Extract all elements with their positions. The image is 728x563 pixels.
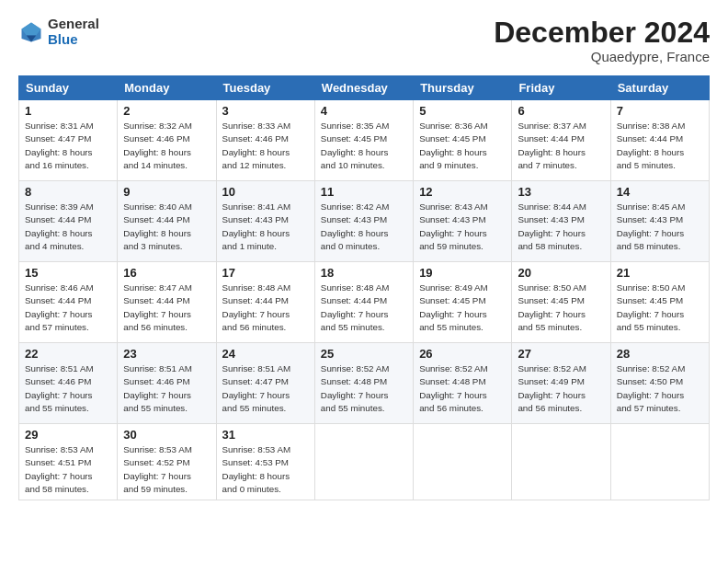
day-info: Sunrise: 8:52 AMSunset: 4:48 PMDaylight:… bbox=[321, 362, 407, 415]
table-cell bbox=[414, 424, 512, 500]
day-info: Sunrise: 8:31 AMSunset: 4:47 PMDaylight:… bbox=[25, 120, 111, 172]
logo-blue-text: Blue bbox=[48, 32, 99, 48]
day-number: 21 bbox=[617, 266, 703, 280]
day-number: 28 bbox=[617, 347, 703, 361]
table-cell: 5Sunrise: 8:36 AMSunset: 4:45 PMDaylight… bbox=[414, 100, 512, 181]
day-number: 22 bbox=[25, 347, 111, 361]
table-cell: 26Sunrise: 8:52 AMSunset: 4:48 PMDayligh… bbox=[414, 343, 512, 424]
day-number: 11 bbox=[321, 185, 407, 199]
day-info: Sunrise: 8:53 AMSunset: 4:52 PMDaylight:… bbox=[123, 443, 210, 496]
table-cell: 22Sunrise: 8:51 AMSunset: 4:46 PMDayligh… bbox=[19, 343, 118, 424]
table-cell bbox=[610, 424, 709, 500]
day-number: 20 bbox=[518, 266, 604, 280]
day-info: Sunrise: 8:45 AMSunset: 4:43 PMDaylight:… bbox=[617, 201, 703, 253]
day-info: Sunrise: 8:35 AMSunset: 4:45 PMDaylight:… bbox=[321, 120, 407, 172]
table-cell: 17Sunrise: 8:48 AMSunset: 4:44 PMDayligh… bbox=[216, 262, 314, 343]
day-info: Sunrise: 8:44 AMSunset: 4:43 PMDaylight:… bbox=[518, 201, 604, 253]
day-number: 15 bbox=[25, 266, 111, 280]
day-number: 4 bbox=[321, 104, 407, 118]
col-saturday: Saturday bbox=[610, 76, 709, 100]
day-info: Sunrise: 8:51 AMSunset: 4:47 PMDaylight:… bbox=[222, 362, 309, 415]
day-info: Sunrise: 8:43 AMSunset: 4:43 PMDaylight:… bbox=[419, 201, 506, 253]
day-info: Sunrise: 8:40 AMSunset: 4:44 PMDaylight:… bbox=[123, 201, 210, 253]
table-cell: 29Sunrise: 8:53 AMSunset: 4:51 PMDayligh… bbox=[19, 424, 118, 500]
day-number: 5 bbox=[419, 104, 506, 118]
table-cell: 1Sunrise: 8:31 AMSunset: 4:47 PMDaylight… bbox=[19, 100, 118, 181]
day-info: Sunrise: 8:46 AMSunset: 4:44 PMDaylight:… bbox=[25, 282, 111, 334]
day-number: 3 bbox=[222, 104, 309, 118]
header: General Blue December 2024 Quaedypre, Fr… bbox=[18, 17, 710, 64]
title-block: December 2024 Quaedypre, France bbox=[494, 17, 710, 64]
col-wednesday: Wednesday bbox=[314, 76, 413, 100]
table-cell: 11Sunrise: 8:42 AMSunset: 4:43 PMDayligh… bbox=[314, 181, 413, 262]
day-info: Sunrise: 8:42 AMSunset: 4:43 PMDaylight:… bbox=[321, 201, 407, 253]
table-cell bbox=[314, 424, 413, 500]
table-cell: 28Sunrise: 8:52 AMSunset: 4:50 PMDayligh… bbox=[610, 343, 709, 424]
day-info: Sunrise: 8:51 AMSunset: 4:46 PMDaylight:… bbox=[25, 362, 111, 415]
col-friday: Friday bbox=[512, 76, 610, 100]
day-info: Sunrise: 8:39 AMSunset: 4:44 PMDaylight:… bbox=[25, 201, 111, 253]
day-number: 16 bbox=[123, 266, 210, 280]
table-cell: 30Sunrise: 8:53 AMSunset: 4:52 PMDayligh… bbox=[118, 424, 216, 500]
table-cell: 13Sunrise: 8:44 AMSunset: 4:43 PMDayligh… bbox=[512, 181, 610, 262]
day-info: Sunrise: 8:49 AMSunset: 4:45 PMDaylight:… bbox=[419, 282, 506, 334]
header-row: Sunday Monday Tuesday Wednesday Thursday… bbox=[19, 76, 710, 100]
day-number: 6 bbox=[518, 104, 604, 118]
table-cell: 10Sunrise: 8:41 AMSunset: 4:43 PMDayligh… bbox=[216, 181, 314, 262]
table-cell bbox=[512, 424, 610, 500]
page: General Blue December 2024 Quaedypre, Fr… bbox=[0, 0, 728, 563]
day-info: Sunrise: 8:51 AMSunset: 4:46 PMDaylight:… bbox=[123, 362, 210, 415]
day-info: Sunrise: 8:33 AMSunset: 4:46 PMDaylight:… bbox=[222, 120, 309, 172]
day-info: Sunrise: 8:53 AMSunset: 4:51 PMDaylight:… bbox=[25, 443, 111, 496]
day-number: 17 bbox=[222, 266, 309, 280]
day-number: 26 bbox=[419, 347, 506, 361]
table-cell: 6Sunrise: 8:37 AMSunset: 4:44 PMDaylight… bbox=[512, 100, 610, 181]
location-subtitle: Quaedypre, France bbox=[494, 49, 710, 64]
day-info: Sunrise: 8:48 AMSunset: 4:44 PMDaylight:… bbox=[222, 282, 309, 334]
day-info: Sunrise: 8:41 AMSunset: 4:43 PMDaylight:… bbox=[222, 201, 309, 253]
table-cell: 9Sunrise: 8:40 AMSunset: 4:44 PMDaylight… bbox=[118, 181, 216, 262]
day-number: 23 bbox=[123, 347, 210, 361]
table-cell: 24Sunrise: 8:51 AMSunset: 4:47 PMDayligh… bbox=[216, 343, 314, 424]
day-info: Sunrise: 8:50 AMSunset: 4:45 PMDaylight:… bbox=[518, 282, 604, 334]
day-info: Sunrise: 8:52 AMSunset: 4:49 PMDaylight:… bbox=[518, 362, 604, 415]
table-cell: 19Sunrise: 8:49 AMSunset: 4:45 PMDayligh… bbox=[414, 262, 512, 343]
logo-icon bbox=[18, 19, 44, 45]
calendar-table: Sunday Monday Tuesday Wednesday Thursday… bbox=[18, 75, 710, 500]
table-cell: 2Sunrise: 8:32 AMSunset: 4:46 PMDaylight… bbox=[118, 100, 216, 181]
table-cell: 21Sunrise: 8:50 AMSunset: 4:45 PMDayligh… bbox=[610, 262, 709, 343]
day-number: 12 bbox=[419, 185, 506, 199]
table-cell: 14Sunrise: 8:45 AMSunset: 4:43 PMDayligh… bbox=[610, 181, 709, 262]
month-title: December 2024 bbox=[494, 17, 710, 49]
day-number: 7 bbox=[617, 104, 703, 118]
day-number: 9 bbox=[123, 185, 210, 199]
col-monday: Monday bbox=[118, 76, 216, 100]
table-cell: 18Sunrise: 8:48 AMSunset: 4:44 PMDayligh… bbox=[314, 262, 413, 343]
day-number: 13 bbox=[518, 185, 604, 199]
day-info: Sunrise: 8:36 AMSunset: 4:45 PMDaylight:… bbox=[419, 120, 506, 172]
table-cell: 16Sunrise: 8:47 AMSunset: 4:44 PMDayligh… bbox=[118, 262, 216, 343]
table-cell: 3Sunrise: 8:33 AMSunset: 4:46 PMDaylight… bbox=[216, 100, 314, 181]
table-cell: 7Sunrise: 8:38 AMSunset: 4:44 PMDaylight… bbox=[610, 100, 709, 181]
day-number: 8 bbox=[25, 185, 111, 199]
day-number: 2 bbox=[123, 104, 210, 118]
day-info: Sunrise: 8:32 AMSunset: 4:46 PMDaylight:… bbox=[123, 120, 210, 172]
day-number: 29 bbox=[25, 428, 111, 442]
table-cell: 27Sunrise: 8:52 AMSunset: 4:49 PMDayligh… bbox=[512, 343, 610, 424]
col-sunday: Sunday bbox=[19, 76, 118, 100]
day-number: 19 bbox=[419, 266, 506, 280]
day-number: 31 bbox=[222, 428, 309, 442]
day-number: 27 bbox=[518, 347, 604, 361]
logo-text: General Blue bbox=[48, 17, 99, 47]
day-info: Sunrise: 8:52 AMSunset: 4:50 PMDaylight:… bbox=[617, 362, 703, 415]
day-number: 10 bbox=[222, 185, 309, 199]
table-cell: 23Sunrise: 8:51 AMSunset: 4:46 PMDayligh… bbox=[118, 343, 216, 424]
col-tuesday: Tuesday bbox=[216, 76, 314, 100]
table-cell: 15Sunrise: 8:46 AMSunset: 4:44 PMDayligh… bbox=[19, 262, 118, 343]
table-cell: 4Sunrise: 8:35 AMSunset: 4:45 PMDaylight… bbox=[314, 100, 413, 181]
table-cell: 20Sunrise: 8:50 AMSunset: 4:45 PMDayligh… bbox=[512, 262, 610, 343]
day-number: 30 bbox=[123, 428, 210, 442]
table-cell: 8Sunrise: 8:39 AMSunset: 4:44 PMDaylight… bbox=[19, 181, 118, 262]
day-info: Sunrise: 8:38 AMSunset: 4:44 PMDaylight:… bbox=[617, 120, 703, 172]
day-info: Sunrise: 8:48 AMSunset: 4:44 PMDaylight:… bbox=[321, 282, 407, 334]
